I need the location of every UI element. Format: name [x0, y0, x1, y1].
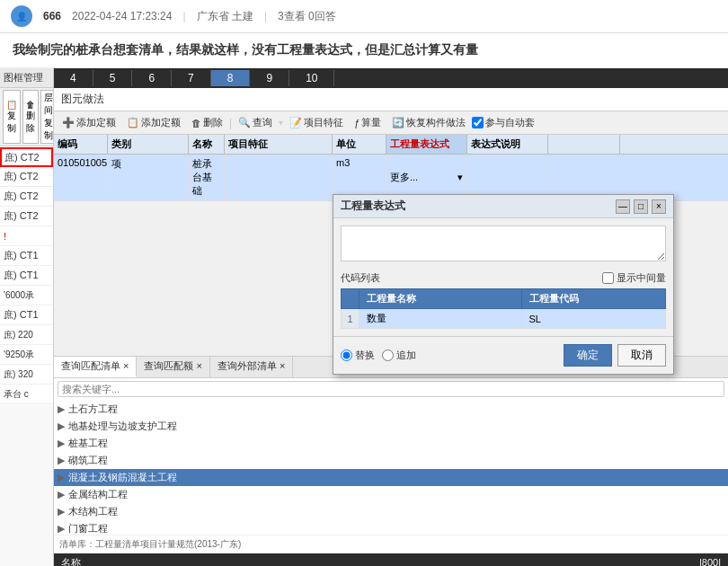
tree-item-8[interactable]: ▶门窗工程 [54, 520, 728, 535]
tab-5[interactable]: 5 [93, 70, 133, 86]
td-code: 010501005 [54, 155, 108, 200]
radio-append[interactable] [382, 349, 394, 361]
th-code: 编码 [54, 135, 108, 154]
post-title: 我绘制完的桩承台想套清单，结果就这样，没有工程量表达式，但是汇总计算又有量 [0, 33, 728, 68]
main-content-panel: 4 5 6 7 8 9 10 图元做法 ➕ 添加定额 📋 添加定额 🗑 删除 |… [54, 68, 728, 566]
tree-item-1[interactable]: ▶土石方工程 [54, 401, 728, 418]
tab-9[interactable]: 9 [250, 70, 289, 86]
dialog-title: 工程量表达式 [341, 199, 405, 214]
frame-mgmt-label: 图框管理 [0, 68, 53, 88]
add-quota2-btn[interactable]: 📋 添加定额 [122, 115, 185, 130]
add-quota-btn[interactable]: ➕ 添加定额 [58, 115, 120, 130]
query-tab-3[interactable]: 查询外部清单 × [210, 357, 293, 377]
tree-item-2[interactable]: ▶地基处理与边坡支护工程 [54, 418, 728, 435]
td-qty-name: 数量 [360, 309, 522, 329]
tab-8[interactable]: 8 [211, 70, 251, 86]
td-char [225, 155, 333, 200]
copy-btn[interactable]: 📋复制 [3, 90, 21, 144]
query-tab-1[interactable]: 查询匹配清单 × [54, 357, 137, 377]
timestamp: 2022-04-24 17:23:24 [72, 10, 172, 22]
query-tab-2[interactable]: 查询匹配额 × [137, 357, 209, 377]
tab-10[interactable]: 10 [289, 70, 334, 86]
tuyuan-label: 图元做法 [54, 88, 728, 111]
dialog-table: 工程量名称 工程量代码 1 数量 SL [341, 288, 666, 329]
left-item-ct1-1[interactable]: 庶) CT1 [0, 246, 53, 266]
query-search-input[interactable] [58, 381, 724, 397]
level-copy-btn[interactable]: 层间复制 [40, 90, 54, 144]
th-unit: 单位 [333, 135, 386, 154]
left-item-ct2-3[interactable]: 庶) CT2 [0, 187, 53, 207]
left-item-220[interactable]: 庶) 220 [0, 325, 53, 345]
top-bar: 👤 666 2022-04-24 17:23:24 | 广东省 土建 | 3查看… [0, 0, 728, 33]
left-item-ct2-1[interactable]: 庶) CT2 [0, 147, 53, 167]
left-item-taicheng[interactable]: 承台 c [0, 385, 53, 404]
th-expr: 工程量表达式 [386, 135, 467, 154]
dialog-maximize-btn[interactable]: □ [634, 199, 648, 214]
copy-toolbar: 📋复制 🗑删除 层间复制 [0, 88, 53, 146]
tree-item-5[interactable]: ▶混凝土及钢筋混凝土工程 [54, 469, 728, 486]
left-item-6000[interactable]: '6000承 [0, 286, 53, 305]
item-char-btn[interactable]: 📝 项目特征 [285, 115, 348, 130]
th-desc: 表达式说明 [467, 135, 548, 154]
copy-method-btn[interactable]: 🔄 恢复构件做法 [387, 115, 470, 130]
tree-item-3[interactable]: ▶桩基工程 [54, 435, 728, 452]
left-item-exclaim[interactable]: ! [0, 226, 53, 246]
query-footer: 清单库：工程量清单项目计量规范(2013-广东) [54, 535, 728, 553]
tab-6[interactable]: 6 [132, 70, 172, 86]
tree-item-7[interactable]: ▶木结构工程 [54, 503, 728, 520]
left-item-ct1-2[interactable]: 庶) CT1 [0, 266, 53, 286]
radio-append-label[interactable]: 追加 [382, 349, 416, 362]
participate-checkbox[interactable] [472, 117, 484, 128]
tab-numbers: 4 5 6 7 8 9 10 [54, 68, 728, 88]
participate-checkbox-label[interactable]: 参与自动套 [472, 116, 535, 129]
radio-group: 替换 追加 [341, 349, 416, 362]
left-item-ct1-3[interactable]: 庶) CT1 [0, 305, 53, 325]
delete-btn[interactable]: 🗑删除 [22, 90, 39, 144]
status-bar: 名称 |800| [54, 553, 728, 566]
left-item-ct2-4[interactable]: 庶) CT2 [0, 207, 53, 226]
th-extra [548, 135, 620, 154]
dialog-minimize-btn[interactable]: — [616, 199, 630, 214]
delete-action-btn[interactable]: 🗑 删除 [187, 115, 227, 130]
radio-replace-label[interactable]: 替换 [341, 349, 375, 362]
query-search-area [54, 378, 728, 400]
calc-btn[interactable]: ƒ 算量 [350, 115, 386, 130]
th-type: 类别 [108, 135, 189, 154]
dialog-confirm-btn[interactable]: 确定 [564, 344, 612, 367]
dialog-textarea[interactable] [341, 226, 666, 261]
tab-4[interactable]: 4 [54, 70, 93, 86]
show-intermediate-checkbox[interactable] [602, 272, 614, 284]
statusbar-center: |800| [699, 557, 721, 566]
dialog-table-row[interactable]: 1 数量 SL [342, 309, 666, 329]
show-intermediate-label[interactable]: 显示中间量 [602, 271, 666, 285]
th-qty-name: 工程量名称 [360, 289, 522, 309]
tree-item-6[interactable]: ▶金属结构工程 [54, 486, 728, 503]
statusbar-left: 名称 [61, 556, 81, 567]
td-type: 项 [108, 155, 189, 200]
code-list-label: 代码列表 [341, 271, 380, 285]
dialog-titlebar: 工程量表达式 — □ × [333, 195, 673, 218]
dialog-footer: 替换 追加 确定 取消 [333, 336, 673, 374]
query-tree: ▶土石方工程 ▶地基处理与边坡支护工程 ▶桩基工程 ▶砌筑工程 ▶混凝土及钢筋混… [54, 400, 728, 535]
td-row-num: 1 [342, 309, 360, 329]
left-item-9250[interactable]: '9250承 [0, 345, 53, 365]
th-name: 名称 [189, 135, 225, 154]
dialog-close-btn[interactable]: × [652, 199, 666, 214]
td-qty-code: SL [521, 309, 666, 329]
table-header: 编码 类别 名称 项目特征 单位 工程量表达式 表达式说明 [54, 135, 728, 155]
tree-item-4[interactable]: ▶砌筑工程 [54, 452, 728, 469]
dialog-action-btns: 确定 取消 [564, 344, 666, 367]
dialog-label-row: 代码列表 显示中间量 [341, 271, 666, 285]
dialog-cancel-btn[interactable]: 取消 [617, 344, 666, 367]
th-qty-code: 工程量代码 [521, 289, 666, 309]
th-num [342, 289, 360, 309]
content-area: 图框管理 📋复制 🗑删除 层间复制 庶) CT2 庶) CT2 庶) CT2 庶… [0, 68, 728, 566]
query-btn[interactable]: 🔍 查询 [234, 115, 277, 130]
left-item-320[interactable]: 庶) 320 [0, 365, 53, 385]
radio-replace[interactable] [341, 349, 352, 361]
tab-7[interactable]: 7 [172, 70, 211, 86]
stats: 3查看 0回答 [278, 9, 336, 24]
expr-dialog: 工程量表达式 — □ × 代码列表 [333, 194, 674, 375]
left-item-ct2-2[interactable]: 庶) CT2 [0, 167, 53, 187]
dialog-controls: — □ × [616, 199, 666, 214]
